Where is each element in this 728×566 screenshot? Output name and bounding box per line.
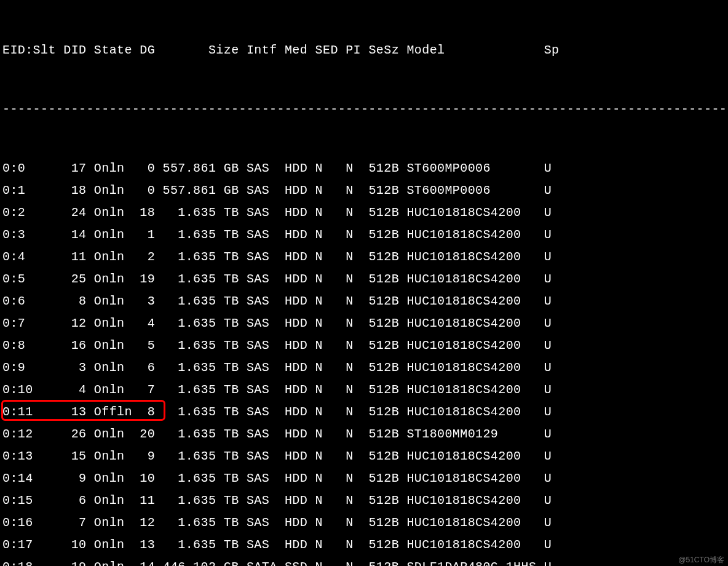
cell-sesz: 512B xyxy=(368,561,399,566)
cell-state: Onln xyxy=(94,561,132,566)
cell-sp: U xyxy=(544,362,552,374)
cell-state: Onln xyxy=(94,362,132,374)
cell-state: Onln xyxy=(94,539,132,551)
cell-dg: 19 xyxy=(140,273,155,285)
col-header-sp: Sp xyxy=(544,44,560,57)
cell-model: HUC101818CS4200 xyxy=(406,273,536,285)
cell-model: HUC101818CS4200 xyxy=(406,295,536,308)
cell-pi: N xyxy=(346,185,361,197)
cell-model: HUC101818CS4200 xyxy=(406,317,536,330)
cell-did: 18 xyxy=(63,185,86,197)
cell-size-unit: TB xyxy=(224,362,239,374)
cell-pi: N xyxy=(346,295,361,308)
cell-sesz: 512B xyxy=(368,317,399,330)
cell-size-unit: TB xyxy=(224,251,239,263)
cell-eid-slt: 0:18 xyxy=(2,561,56,566)
cell-did: 6 xyxy=(63,495,86,507)
col-header-sed: SED xyxy=(315,44,338,57)
cell-model: HUC101818CS4200 xyxy=(406,207,536,219)
cell-med: HDD xyxy=(285,295,307,308)
cell-sesz: 512B xyxy=(368,273,399,285)
col-header-sesz: SeSz xyxy=(368,44,399,57)
cell-size-unit: TB xyxy=(224,428,239,440)
cell-model: HUC101818CS4200 xyxy=(406,450,536,463)
cell-size-unit: TB xyxy=(224,472,239,485)
cell-intf: SATA xyxy=(247,561,277,566)
cell-sed: N xyxy=(315,207,338,219)
table-row: 0:5 25 Onln 19 1.635 TB SAS HDD N N 512B… xyxy=(2,268,726,290)
cell-size-num: 1.635 xyxy=(163,450,216,463)
cell-eid-slt: 0:8 xyxy=(2,340,56,352)
col-header-dg: DG xyxy=(140,44,155,57)
col-header-eid-slt: EID:Slt xyxy=(2,44,56,57)
table-row: 0:7 12 Onln 4 1.635 TB SAS HDD N N 512B … xyxy=(2,313,726,335)
cell-med: HDD xyxy=(285,251,307,263)
table-row: 0:3 14 Onln 1 1.635 TB SAS HDD N N 512B … xyxy=(2,224,726,246)
cell-pi: N xyxy=(346,539,361,551)
cell-did: 26 xyxy=(63,428,86,440)
cell-sp: U xyxy=(544,539,552,551)
cell-med: SSD xyxy=(285,561,307,566)
cell-med: HDD xyxy=(285,495,307,507)
cell-dg: 8 xyxy=(140,406,155,418)
cell-pi: N xyxy=(346,384,361,396)
cell-model: HUC101818CS4200 xyxy=(406,229,536,241)
cell-size-unit: TB xyxy=(224,495,239,507)
cell-sed: N xyxy=(315,384,338,396)
cell-dg: 14 xyxy=(140,561,155,566)
cell-size-unit: TB xyxy=(224,317,239,330)
cell-size-unit: TB xyxy=(224,229,239,241)
cell-sesz: 512B xyxy=(368,450,399,463)
cell-med: HDD xyxy=(285,450,307,463)
table-row: 0:1 18 Onln 0 557.861 GB SAS HDD N N 512… xyxy=(2,180,726,202)
cell-state: Onln xyxy=(94,185,132,197)
cell-med: HDD xyxy=(285,362,307,374)
cell-med: HDD xyxy=(285,207,307,219)
cell-intf: SAS xyxy=(247,384,277,396)
cell-pi: N xyxy=(346,406,361,418)
cell-med: HDD xyxy=(285,428,307,440)
table-row: 0:15 6 Onln 11 1.635 TB SAS HDD N N 512B… xyxy=(2,490,726,512)
cell-size-num: 1.635 xyxy=(163,517,216,529)
table-row: 0:10 4 Onln 7 1.635 TB SAS HDD N N 512B … xyxy=(2,379,726,401)
cell-eid-slt: 0:14 xyxy=(2,472,56,485)
cell-size-unit: GB xyxy=(224,561,239,566)
cell-sp: U xyxy=(544,251,552,263)
cell-state: Onln xyxy=(94,251,132,263)
cell-med: HDD xyxy=(285,317,307,330)
cell-size-num: 1.635 xyxy=(163,207,216,219)
cell-size-unit: TB xyxy=(224,384,239,396)
cell-pi: N xyxy=(346,561,361,566)
cell-sesz: 512B xyxy=(368,539,399,551)
cell-eid-slt: 0:17 xyxy=(2,539,56,551)
cell-dg: 18 xyxy=(140,207,155,219)
cell-state: Onln xyxy=(94,472,132,485)
cell-model: ST1800MM0129 xyxy=(406,428,536,440)
cell-did: 24 xyxy=(63,207,86,219)
cell-dg: 11 xyxy=(140,495,155,507)
cell-size-unit: TB xyxy=(224,207,239,219)
cell-size-num: 1.635 xyxy=(163,317,216,330)
cell-eid-slt: 0:12 xyxy=(2,428,56,440)
cell-eid-slt: 0:1 xyxy=(2,185,56,197)
cell-eid-slt: 0:5 xyxy=(2,273,56,285)
table-row: 0:9 3 Onln 6 1.635 TB SAS HDD N N 512B H… xyxy=(2,357,726,379)
cell-size-num: 1.635 xyxy=(163,229,216,241)
cell-size-num: 1.635 xyxy=(163,539,216,551)
cell-size-num: 1.635 xyxy=(163,251,216,263)
cell-state: Onln xyxy=(94,428,132,440)
cell-eid-slt: 0:16 xyxy=(2,517,56,529)
cell-pi: N xyxy=(346,340,361,352)
cell-sp: U xyxy=(544,207,552,219)
cell-state: Onln xyxy=(94,495,132,507)
cell-dg: 3 xyxy=(140,295,155,308)
cell-size-num: 1.635 xyxy=(163,273,216,285)
col-header-size: Size xyxy=(208,44,239,57)
cell-sp: U xyxy=(544,450,552,463)
cell-intf: SAS xyxy=(247,450,277,463)
cell-sp: U xyxy=(544,340,552,352)
cell-eid-slt: 0:11 xyxy=(2,406,56,418)
cell-intf: SAS xyxy=(247,406,277,418)
cell-sesz: 512B xyxy=(368,340,399,352)
cell-intf: SAS xyxy=(247,340,277,352)
